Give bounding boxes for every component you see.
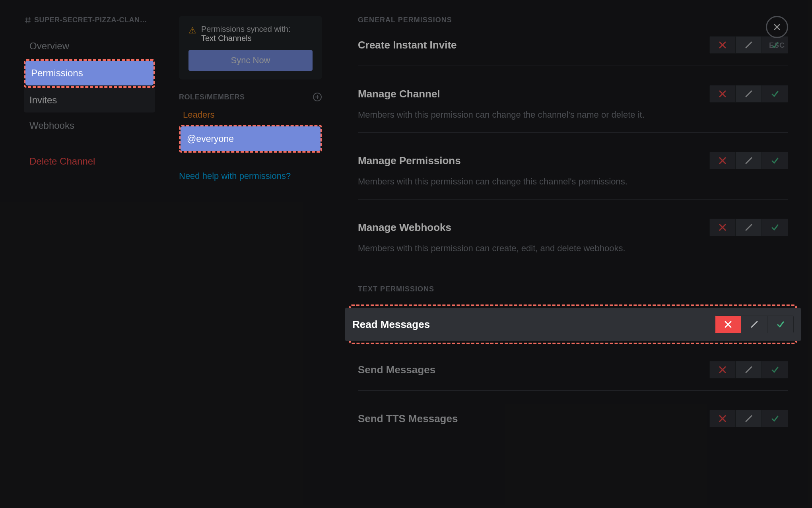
sync-header: ⚠ Permissions synced with: Text Channels	[188, 25, 313, 43]
perm-passthrough[interactable]	[736, 219, 762, 236]
perm-row-manage-channel: Manage Channel Members with this permiss…	[358, 84, 788, 135]
perm-deny[interactable]	[709, 152, 736, 169]
perm-passthrough[interactable]	[736, 85, 762, 103]
section-header-text: TEXT PERMISSIONS	[358, 285, 788, 293]
sidebar-item-overview[interactable]: Overview	[24, 34, 155, 58]
help-link-label: Need help with permissions?	[179, 171, 291, 181]
perm-passthrough[interactable]	[736, 361, 762, 378]
perm-deny[interactable]	[709, 361, 736, 378]
perm-allow[interactable]	[762, 361, 788, 378]
perm-passthrough[interactable]	[736, 410, 762, 427]
perm-allow[interactable]	[762, 85, 788, 103]
perm-passthrough[interactable]	[736, 152, 762, 169]
sync-card: ⚠ Permissions synced with: Text Channels…	[179, 16, 322, 79]
perm-title: Read Messages	[352, 318, 430, 331]
perm-toggle	[709, 219, 788, 236]
sidebar-item-invites[interactable]: Invites	[24, 88, 155, 112]
role-label: @everyone	[187, 134, 234, 144]
perm-desc: Members with this permission can change …	[358, 108, 668, 121]
role-item-leaders[interactable]: Leaders	[179, 107, 322, 122]
add-role-icon[interactable]	[313, 92, 322, 102]
sidebar-item-label: Invites	[29, 95, 57, 106]
perm-allow[interactable]	[767, 316, 794, 333]
channel-name: SUPER-SECRET-PIZZA-CLAN…	[34, 16, 147, 24]
close-icon	[772, 22, 782, 32]
channel-title: SUPER-SECRET-PIZZA-CLAN…	[24, 16, 155, 24]
perm-row-manage-permissions: Manage Permissions Members with this per…	[358, 151, 788, 202]
perm-title: Create Instant Invite	[358, 39, 457, 51]
sidebar-item-label: Permissions	[31, 68, 83, 79]
warning-icon: ⚠	[188, 25, 196, 36]
close-settings: ESC	[766, 16, 788, 50]
permissions-help-link[interactable]: Need help with permissions?	[179, 171, 322, 181]
perm-row-manage-webhooks: Manage Webhooks Members with this permis…	[358, 218, 788, 257]
permissions-main: GENERAL PERMISSIONS Create Instant Invit…	[334, 0, 812, 508]
perm-deny[interactable]	[709, 410, 736, 427]
perm-deny[interactable]	[709, 85, 736, 103]
annotation-read-messages: Read Messages	[349, 304, 797, 344]
sync-line2: Text Channels	[201, 34, 291, 43]
sync-line1: Permissions synced with:	[201, 25, 291, 34]
sidebar-item-label: Overview	[29, 41, 69, 52]
delete-channel-button[interactable]: Delete Channel	[24, 153, 155, 169]
perm-deny[interactable]	[715, 316, 741, 333]
hash-icon	[24, 16, 32, 24]
annotation-permissions-tab: Permissions	[24, 59, 155, 88]
perm-toggle	[709, 361, 788, 378]
perm-allow[interactable]	[762, 410, 788, 427]
sync-now-button[interactable]: Sync Now	[188, 50, 313, 71]
roles-header-label: ROLES/MEMBERS	[179, 93, 245, 101]
perm-title: Manage Webhooks	[358, 221, 451, 234]
sidebar-item-webhooks[interactable]: Webhooks	[24, 113, 155, 138]
annotation-everyone-role: @everyone	[179, 125, 322, 153]
perm-toggle	[709, 85, 788, 103]
perm-desc: Members with this permission can change …	[358, 175, 668, 188]
perm-title: Send Messages	[358, 364, 435, 376]
perm-toggle	[709, 410, 788, 427]
perm-passthrough[interactable]	[741, 316, 767, 333]
section-header-general: GENERAL PERMISSIONS	[358, 16, 788, 24]
perm-title: Manage Permissions	[358, 155, 461, 167]
perm-deny[interactable]	[709, 219, 736, 236]
delete-channel-label: Delete Channel	[29, 156, 95, 167]
perm-passthrough[interactable]	[736, 36, 762, 54]
roles-sidebar: ⚠ Permissions synced with: Text Channels…	[167, 0, 334, 508]
sidebar-item-label: Webhooks	[29, 120, 74, 131]
sync-now-label: Sync Now	[231, 55, 270, 66]
perm-row-read-messages: Read Messages	[352, 315, 794, 334]
close-label: ESC	[769, 41, 785, 50]
sidebar-item-permissions[interactable]: Permissions	[25, 61, 153, 85]
perm-toggle	[709, 152, 788, 169]
sidebar-divider	[24, 146, 155, 146]
perm-toggle	[715, 316, 794, 333]
perm-title: Send TTS Messages	[358, 413, 458, 425]
perm-deny[interactable]	[709, 36, 736, 54]
perm-allow[interactable]	[762, 219, 788, 236]
role-label: Leaders	[183, 110, 215, 120]
perm-desc: Members with this permission can create,…	[358, 242, 668, 255]
channel-settings-sidebar: SUPER-SECRET-PIZZA-CLAN… Overview Permis…	[0, 0, 167, 508]
perm-row-send-tts: Send TTS Messages	[358, 409, 788, 430]
roles-header: ROLES/MEMBERS	[179, 92, 322, 102]
role-item-everyone[interactable]: @everyone	[181, 126, 321, 151]
close-button[interactable]	[766, 16, 788, 38]
perm-allow[interactable]	[762, 152, 788, 169]
perm-row-send-messages: Send Messages	[358, 360, 788, 393]
perm-row-create-invite: Create Instant Invite	[358, 35, 788, 68]
perm-title: Manage Channel	[358, 88, 440, 100]
